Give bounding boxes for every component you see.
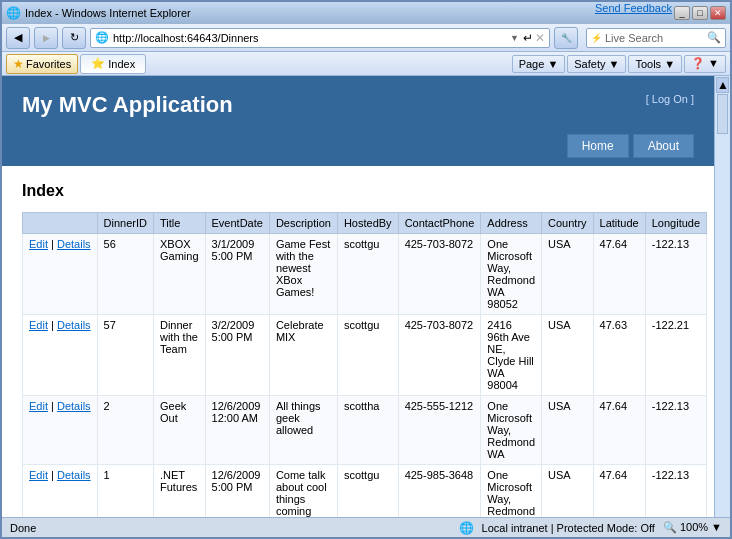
bookmarks-bar: ⭐ Index xyxy=(80,54,146,74)
browser-window: 🌐 Index - Windows Internet Explorer Send… xyxy=(0,0,732,539)
address-cell: One Microsoft Way, Redmond WA xyxy=(481,396,542,465)
window-title: Index - Windows Internet Explorer xyxy=(25,7,191,19)
edit-link[interactable]: Edit xyxy=(29,238,48,250)
safety-button[interactable]: Safety ▼ xyxy=(567,55,626,73)
action-cell: Edit | Details xyxy=(23,465,98,518)
dinner-id-cell: 57 xyxy=(97,315,153,396)
back-button[interactable]: ◀ xyxy=(6,27,30,49)
page-button[interactable]: Page ▼ xyxy=(512,55,566,73)
send-feedback-link[interactable]: Send Feedback xyxy=(595,2,672,14)
log-on-link[interactable]: [ Log On ] xyxy=(646,93,694,105)
title-cell: .NET Futures xyxy=(153,465,205,518)
col-eventdate: EventDate xyxy=(205,213,269,234)
action-cell: Edit | Details xyxy=(23,234,98,315)
compat-button[interactable]: 🔧 xyxy=(554,27,578,49)
about-nav-button[interactable]: About xyxy=(633,134,694,158)
tab-icon: ⭐ xyxy=(91,57,105,70)
app-header: My MVC Application [ Log On ] xyxy=(2,76,714,134)
minimize-button[interactable]: _ xyxy=(674,6,690,20)
status-bar: Done 🌐 Local intranet | Protected Mode: … xyxy=(2,517,730,537)
home-nav-button[interactable]: Home xyxy=(567,134,629,158)
status-text: Done xyxy=(10,522,451,534)
dinners-table: DinnerID Title EventDate Description Hos… xyxy=(22,212,707,517)
hosted-by-cell: scottha xyxy=(337,396,398,465)
refresh-button[interactable]: ↻ xyxy=(62,27,86,49)
go-button[interactable]: ↵ xyxy=(523,31,533,45)
col-contactphone: ContactPhone xyxy=(398,213,481,234)
scroll-up-button[interactable]: ▲ xyxy=(716,77,729,93)
nav-buttons-bar: Home About xyxy=(2,134,714,166)
action-cell: Edit | Details xyxy=(23,396,98,465)
scroll-thumb[interactable] xyxy=(717,94,728,134)
event-date-cell: 12/6/2009 12:00 AM xyxy=(205,396,269,465)
star-icon: ★ xyxy=(13,57,24,71)
latitude-cell: 47.64 xyxy=(593,465,645,518)
app-title: My MVC Application xyxy=(22,92,233,118)
event-date-cell: 3/2/2009 5:00 PM xyxy=(205,315,269,396)
longitude-cell: -122.13 xyxy=(645,234,706,315)
table-row: Edit | Details1.NET Futures12/6/2009 5:0… xyxy=(23,465,707,518)
page-body: My MVC Application [ Log On ] Home About… xyxy=(2,76,714,517)
col-actions xyxy=(23,213,98,234)
longitude-cell: -122.21 xyxy=(645,315,706,396)
zoom-control[interactable]: 🔍 100% ▼ xyxy=(663,521,722,534)
dinner-id-cell: 2 xyxy=(97,396,153,465)
table-row: Edit | Details57Dinner with the Team3/2/… xyxy=(23,315,707,396)
contact-phone-cell: 425-985-3648 xyxy=(398,465,481,518)
favorites-label: Favorites xyxy=(26,58,71,70)
event-date-cell: 3/1/2009 5:00 PM xyxy=(205,234,269,315)
tools-button[interactable]: Tools ▼ xyxy=(628,55,682,73)
description-cell: Come talk about cool things coming with … xyxy=(269,465,337,518)
hosted-by-cell: scottgu xyxy=(337,465,398,518)
main-content: Index DinnerID Title EventDate Descripti… xyxy=(2,166,714,517)
page-content-area: My MVC Application [ Log On ] Home About… xyxy=(2,76,730,517)
edit-link[interactable]: Edit xyxy=(29,319,48,331)
tab-label: Index xyxy=(108,58,135,70)
col-title: Title xyxy=(153,213,205,234)
details-link[interactable]: Details xyxy=(57,238,91,250)
status-right: 🌐 Local intranet | Protected Mode: Off 🔍… xyxy=(459,521,722,535)
navigation-bar: ◀ ▶ ↻ 🌐 http://localhost:64643/Dinners ▼… xyxy=(2,24,730,52)
search-button[interactable]: 🔍 xyxy=(707,31,721,44)
details-link[interactable]: Details xyxy=(57,469,91,481)
dinner-id-cell: 56 xyxy=(97,234,153,315)
table-row: Edit | Details2Geek Out12/6/2009 12:00 A… xyxy=(23,396,707,465)
edit-link[interactable]: Edit xyxy=(29,400,48,412)
latitude-cell: 47.64 xyxy=(593,234,645,315)
latitude-cell: 47.64 xyxy=(593,396,645,465)
edit-link[interactable]: Edit xyxy=(29,469,48,481)
title-cell: Dinner with the Team xyxy=(153,315,205,396)
hosted-by-cell: scottgu xyxy=(337,315,398,396)
forward-button[interactable]: ▶ xyxy=(34,27,58,49)
details-link[interactable]: Details xyxy=(57,319,91,331)
tab-index[interactable]: ⭐ Index xyxy=(80,54,146,74)
scrollbar[interactable]: ▲ xyxy=(714,76,730,517)
action-cell: Edit | Details xyxy=(23,315,98,396)
address-cell: 2416 96th Ave NE, Clyde Hill WA 98004 xyxy=(481,315,542,396)
longitude-cell: -122.13 xyxy=(645,465,706,518)
page-heading: Index xyxy=(22,182,694,200)
help-button[interactable]: ❓ ▼ xyxy=(684,55,726,73)
country-cell: USA xyxy=(542,234,594,315)
favorites-button[interactable]: ★ Favorites xyxy=(6,54,78,74)
col-description: Description xyxy=(269,213,337,234)
details-link[interactable]: Details xyxy=(57,400,91,412)
right-toolbar: Page ▼ Safety ▼ Tools ▼ ❓ ▼ xyxy=(512,55,726,73)
close-button[interactable]: ✕ xyxy=(710,6,726,20)
title-bar: 🌐 Index - Windows Internet Explorer Send… xyxy=(2,2,730,24)
col-hostedby: HostedBy xyxy=(337,213,398,234)
description-cell: All things geek allowed xyxy=(269,396,337,465)
address-bar[interactable]: 🌐 http://localhost:64643/Dinners ▼ ↵ ✕ xyxy=(90,28,550,48)
zone-icon: 🌐 xyxy=(459,521,474,535)
address-dropdown-icon[interactable]: ▼ xyxy=(510,33,519,43)
maximize-button[interactable]: □ xyxy=(692,6,708,20)
col-latitude: Latitude xyxy=(593,213,645,234)
window-controls: _ □ ✕ xyxy=(674,6,726,20)
longitude-cell: -122.13 xyxy=(645,396,706,465)
country-cell: USA xyxy=(542,465,594,518)
zone-text: Local intranet | Protected Mode: Off xyxy=(482,522,655,534)
search-bar[interactable]: ⚡ Live Search 🔍 xyxy=(586,28,726,48)
contact-phone-cell: 425-703-8072 xyxy=(398,315,481,396)
stop-button[interactable]: ✕ xyxy=(535,31,545,45)
hosted-by-cell: scottgu xyxy=(337,234,398,315)
